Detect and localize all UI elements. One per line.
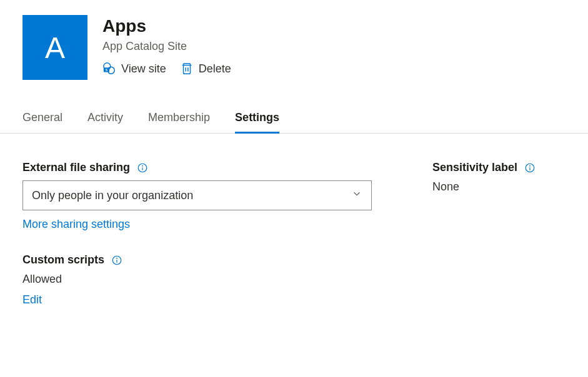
tab-general[interactable]: General: [22, 105, 62, 134]
more-sharing-settings-link[interactable]: More sharing settings: [22, 218, 130, 231]
site-logo: A: [22, 15, 87, 80]
tabs: General Activity Membership Settings: [0, 105, 588, 134]
delete-button[interactable]: Delete: [180, 62, 231, 76]
external-sharing-label: External file sharing: [22, 161, 130, 174]
custom-scripts-value: Allowed: [22, 273, 372, 286]
custom-scripts-edit-link[interactable]: Edit: [22, 293, 42, 306]
svg-point-12: [530, 165, 531, 166]
site-title: Apps: [102, 16, 231, 36]
header-actions: S View site Delete: [102, 62, 231, 76]
header-info: Apps App Catalog Site S View site: [102, 15, 231, 80]
tab-membership[interactable]: Membership: [148, 105, 210, 134]
svg-point-9: [117, 258, 117, 258]
external-sharing-label-row: External file sharing: [22, 161, 372, 174]
site-subtitle: App Catalog Site: [102, 40, 231, 53]
custom-scripts-label: Custom scripts: [22, 253, 104, 267]
view-site-label: View site: [121, 62, 166, 76]
sensitivity-group: Sensitivity label None: [432, 161, 566, 193]
view-site-button[interactable]: S View site: [102, 62, 166, 76]
info-icon[interactable]: [136, 162, 149, 174]
settings-column-left: External file sharing Only people in you…: [22, 161, 372, 329]
custom-scripts-group: Custom scripts Allowed Edit: [22, 253, 372, 306]
site-header: A Apps App Catalog Site S View site: [0, 15, 588, 95]
tab-activity[interactable]: Activity: [87, 105, 123, 134]
sensitivity-value: None: [432, 180, 566, 193]
external-sharing-selected: Only people in your organization: [32, 189, 193, 202]
settings-content: External file sharing Only people in you…: [0, 134, 588, 329]
custom-scripts-label-row: Custom scripts: [22, 253, 372, 267]
trash-icon: [180, 62, 194, 76]
sharepoint-icon: S: [102, 62, 116, 76]
external-sharing-select[interactable]: Only people in your organization: [22, 180, 372, 210]
external-sharing-group: External file sharing Only people in you…: [22, 161, 372, 231]
tab-settings[interactable]: Settings: [235, 105, 279, 134]
sensitivity-label: Sensitivity label: [432, 161, 517, 174]
chevron-down-icon: [351, 188, 362, 203]
sensitivity-label-row: Sensitivity label: [432, 161, 566, 174]
info-icon[interactable]: [111, 254, 123, 267]
svg-point-6: [142, 165, 143, 166]
delete-label: Delete: [199, 62, 231, 76]
info-icon[interactable]: [524, 162, 536, 174]
settings-column-right: Sensitivity label None: [432, 161, 566, 329]
